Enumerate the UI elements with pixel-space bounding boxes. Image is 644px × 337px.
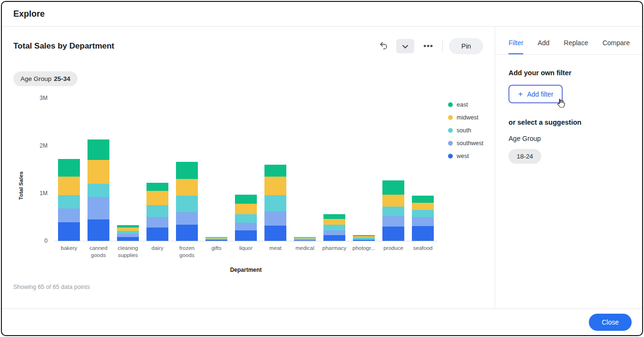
legend-item-midwest[interactable]: midwest	[448, 114, 483, 121]
suggestion-group-label: Age Group	[508, 135, 640, 142]
legend-label: south	[457, 127, 471, 134]
filter-chip-value: 25-34	[54, 75, 70, 82]
bar-segment-midwest[interactable]	[146, 191, 168, 205]
bar-segment-southwest[interactable]	[235, 223, 257, 230]
bar-segment-east[interactable]	[235, 195, 257, 204]
legend-item-south[interactable]: south	[448, 127, 483, 134]
bar-segment-east[interactable]	[176, 162, 198, 179]
bar-column[interactable]	[349, 98, 379, 241]
bar-segment-midwest[interactable]	[88, 160, 109, 184]
legend-label: west	[457, 153, 469, 159]
tab-compare[interactable]: Compare	[603, 39, 630, 54]
active-filter-chip[interactable]: Age Group 25-34	[13, 71, 78, 86]
tab-filter[interactable]: Filter	[508, 39, 523, 54]
x-tick-label: medical	[290, 245, 320, 259]
bar-segment-south[interactable]	[88, 184, 109, 197]
x-tick-label: dairy	[143, 245, 172, 259]
bar-segment-south[interactable]	[58, 195, 80, 208]
bar-segment-west[interactable]	[264, 226, 286, 241]
bar-segment-midwest[interactable]	[323, 219, 345, 225]
bar-segment-south[interactable]	[412, 210, 434, 217]
x-tick-label: seafood	[408, 245, 438, 259]
bar-segment-west[interactable]	[58, 222, 80, 241]
add-filter-button[interactable]: + Add filter	[508, 85, 563, 103]
bar-segment-east[interactable]	[264, 165, 286, 177]
bar-segment-west[interactable]	[412, 226, 434, 241]
bar-segment-midwest[interactable]	[264, 177, 286, 195]
bar-segment-east[interactable]	[146, 183, 168, 191]
ellipsis-icon: •••	[423, 41, 433, 50]
tab-add[interactable]: Add	[537, 39, 549, 54]
bar-segment-south[interactable]	[146, 205, 168, 217]
legend-dot-icon	[448, 102, 453, 107]
bar-segment-west[interactable]	[323, 235, 345, 241]
bar-column[interactable]	[84, 98, 113, 241]
bar-column[interactable]	[113, 98, 143, 241]
bar-segment-east[interactable]	[323, 214, 345, 219]
bar-column[interactable]	[290, 98, 320, 241]
bar-segment-midwest[interactable]	[382, 195, 404, 207]
legend-label: midwest	[457, 114, 478, 121]
y-tick-label: 1M	[29, 190, 48, 197]
legend-item-southwest[interactable]: southwest	[448, 140, 483, 147]
bar-segment-east[interactable]	[382, 180, 404, 195]
y-ticks: 01M2M3M	[31, 99, 50, 241]
bar-segment-south[interactable]	[264, 195, 286, 211]
bar-column[interactable]	[54, 98, 84, 241]
bar-segment-west[interactable]	[205, 240, 227, 241]
bar-segment-southwest[interactable]	[146, 217, 168, 228]
bar-segment-south[interactable]	[235, 214, 257, 223]
bar-segment-southwest[interactable]	[176, 212, 198, 225]
x-tick-label: produce	[379, 245, 408, 259]
bar-segment-midwest[interactable]	[235, 204, 257, 214]
bar-segment-south[interactable]	[176, 196, 198, 212]
bar-segment-west[interactable]	[146, 228, 168, 241]
legend-label: east	[457, 101, 468, 108]
close-button[interactable]: Close	[589, 314, 632, 331]
bar-column[interactable]	[231, 98, 261, 241]
bar-segment-south[interactable]	[323, 225, 345, 230]
legend-dot-icon	[448, 141, 453, 146]
bar-segment-southwest[interactable]	[58, 208, 80, 222]
bar-segment-east[interactable]	[412, 196, 434, 203]
x-tick-label: photogr...	[349, 245, 379, 259]
bar-column[interactable]	[143, 98, 172, 241]
bar-segment-midwest[interactable]	[58, 177, 80, 195]
bar-segment-west[interactable]	[235, 230, 257, 241]
bar-segment-southwest[interactable]	[117, 234, 139, 237]
bar-segment-west[interactable]	[353, 240, 375, 241]
bar-column[interactable]	[202, 98, 231, 241]
bar-segment-south[interactable]	[382, 207, 404, 216]
y-axis-title: Total Sales	[18, 172, 24, 200]
bar-segment-west[interactable]	[88, 219, 109, 241]
tab-replace[interactable]: Replace	[564, 39, 588, 54]
bar-segment-southwest[interactable]	[382, 216, 404, 227]
bar-segment-west[interactable]	[117, 237, 139, 241]
bar-column[interactable]	[261, 98, 290, 241]
bar-column[interactable]	[172, 98, 202, 241]
legend-item-east[interactable]: east	[448, 101, 483, 108]
bar-segment-midwest[interactable]	[117, 228, 139, 231]
bar-segment-southwest[interactable]	[412, 217, 434, 226]
bar-column[interactable]	[408, 98, 438, 241]
bar-segment-east[interactable]	[58, 159, 80, 177]
suggestion-chip[interactable]: 18-24	[508, 149, 541, 164]
bar-segment-southwest[interactable]	[323, 230, 345, 235]
bar-column[interactable]	[379, 98, 408, 241]
bar-column[interactable]	[320, 98, 349, 241]
bar-segment-southwest[interactable]	[88, 197, 109, 219]
bar-segment-southwest[interactable]	[264, 211, 286, 226]
stacked-bar-chart: Total Sales 01M2M3M bakerycanned goodscl…	[54, 99, 483, 273]
dialog-footer: Close	[2, 308, 642, 335]
bar-segment-midwest[interactable]	[412, 203, 434, 210]
undo-button[interactable]	[377, 39, 390, 53]
more-options-button[interactable]: •••	[420, 40, 436, 53]
legend-item-west[interactable]: west	[448, 153, 483, 159]
bar-segment-west[interactable]	[294, 240, 316, 241]
pin-button[interactable]: Pin	[449, 38, 483, 54]
bar-segment-west[interactable]	[382, 227, 404, 241]
bar-segment-midwest[interactable]	[176, 179, 198, 196]
bar-segment-west[interactable]	[176, 225, 198, 241]
dropdown-button[interactable]	[396, 39, 414, 53]
bar-segment-east[interactable]	[88, 139, 109, 160]
